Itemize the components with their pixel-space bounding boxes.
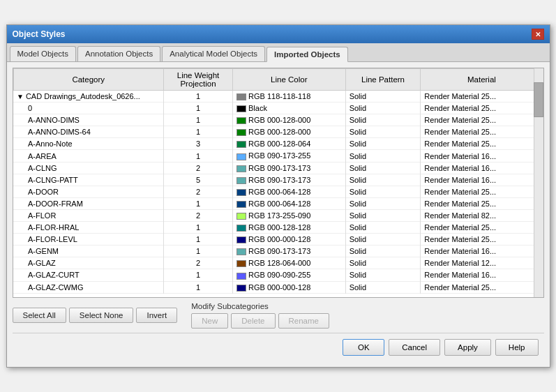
- table-row[interactable]: A-FLOR2RGB 173-255-090SolidRender Materi…: [13, 209, 543, 221]
- table-row[interactable]: A-ANNO-DIMS1RGB 000-128-000SolidRender M…: [13, 114, 543, 126]
- color-swatch: [236, 165, 246, 172]
- modify-buttons: New Delete Rename: [191, 313, 543, 329]
- tab-analytical-model-objects[interactable]: Analytical Model Objects: [162, 46, 265, 61]
- category-cell: A-DOOR: [13, 186, 163, 197]
- line-color-cell: RGB 118-118-118: [233, 91, 346, 103]
- material-cell: Render Material 25...: [421, 114, 543, 126]
- line-weight-cell: 2: [163, 186, 232, 197]
- material-cell: Render Material 25...: [421, 186, 543, 197]
- line-weight-cell: 1: [163, 91, 232, 103]
- table-row[interactable]: A-GENM1RGB 090-173-173SolidRender Materi…: [13, 246, 543, 257]
- table-row[interactable]: A-FLOR-LEVL1RGB 000-000-128SolidRender M…: [13, 234, 543, 246]
- line-color-cell: RGB 090-173-255: [233, 150, 346, 162]
- line-pattern-cell: Solid: [345, 197, 421, 209]
- table-row[interactable]: A-AREA1RGB 090-173-255SolidRender Materi…: [13, 150, 543, 162]
- category-name: A-GENM: [28, 247, 59, 255]
- category-name: A-ANNO-DIMS: [28, 116, 80, 124]
- dialog-footer: OK Cancel Apply Help: [13, 333, 544, 361]
- category-cell: A-FLOR-HRAL: [13, 222, 163, 234]
- color-swatch: [236, 248, 246, 255]
- table-row[interactable]: A-GLAZ2RGB 128-064-000SolidRender Materi…: [13, 257, 543, 269]
- table-row[interactable]: 01BlackSolidRender Material 25...: [13, 103, 543, 114]
- delete-subcategory-button[interactable]: Delete: [231, 313, 275, 329]
- color-label: RGB 000-064-128: [248, 188, 310, 196]
- table-row[interactable]: A-DOOR2RGB 000-064-128SolidRender Materi…: [13, 186, 543, 197]
- table-row[interactable]: A-Anno-Note3RGB 000-128-064SolidRender M…: [13, 138, 543, 150]
- expand-icon[interactable]: ▼: [17, 93, 24, 100]
- rename-subcategory-button[interactable]: Rename: [278, 313, 329, 329]
- line-weight-cell: 1: [163, 103, 232, 114]
- help-button[interactable]: Help: [495, 339, 539, 356]
- material-cell: Render Material 25...: [421, 138, 543, 150]
- line-color-cell: RGB 090-173-173: [233, 174, 346, 186]
- line-weight-header: Line Weight Projection: [163, 69, 232, 91]
- category-name: A-ANNO-DIMS-64: [28, 128, 91, 136]
- scrollbar[interactable]: [534, 68, 543, 297]
- tab-annotation-objects[interactable]: Annotation Objects: [77, 46, 160, 61]
- line-color-cell: RGB 128-064-000: [233, 257, 346, 269]
- color-swatch: [236, 129, 246, 136]
- line-color-header: Line Color: [233, 69, 346, 91]
- line-pattern-cell: Solid: [345, 234, 421, 246]
- color-label: RGB 090-173-173: [248, 164, 310, 172]
- new-subcategory-button[interactable]: New: [191, 313, 228, 329]
- category-name: CAD Drawings_Autodesk_0626...: [26, 92, 140, 100]
- table-scroll-area[interactable]: Category Line Weight Projection Line Col…: [13, 68, 543, 297]
- category-cell: A-GLAZ-CURT: [13, 269, 163, 281]
- table-row[interactable]: A-CLNG-PATT5RGB 090-173-173SolidRender M…: [13, 174, 543, 186]
- select-all-button[interactable]: Select All: [13, 308, 66, 323]
- tab-imported-objects[interactable]: Imported Objects: [266, 47, 348, 62]
- select-none-button[interactable]: Select None: [69, 308, 134, 323]
- material-cell: Render Material 25...: [421, 91, 543, 103]
- color-swatch: [236, 189, 246, 196]
- table-row[interactable]: ▼CAD Drawings_Autodesk_0626...1RGB 118-1…: [13, 91, 543, 103]
- line-color-cell: RGB 090-090-255: [233, 269, 346, 281]
- line-weight-cell: 2: [163, 162, 232, 174]
- line-color-cell: RGB 090-173-173: [233, 162, 346, 174]
- category-name: A-CLNG: [28, 164, 57, 172]
- cancel-button[interactable]: Cancel: [389, 339, 440, 356]
- scrollbar-thumb[interactable]: [534, 82, 543, 117]
- line-pattern-header: Line Pattern: [345, 69, 421, 91]
- color-label: Black: [248, 104, 267, 112]
- material-cell: Render Material 16...: [421, 150, 543, 162]
- object-styles-table-container: Category Line Weight Projection Line Col…: [13, 68, 544, 298]
- object-styles-dialog: Object Styles ✕ Model Objects Annotation…: [6, 24, 550, 368]
- line-pattern-cell: Solid: [345, 114, 421, 126]
- line-color-cell: RGB 000-000-128: [233, 281, 346, 293]
- color-swatch: [236, 117, 246, 124]
- color-label: RGB 090-173-173: [248, 247, 310, 255]
- category-name: A-GLAZ: [28, 259, 56, 267]
- category-cell: A-FLOR-LEVL: [13, 234, 163, 246]
- color-swatch: [236, 153, 246, 160]
- color-swatch: [236, 105, 246, 112]
- line-weight-cell: 1: [163, 234, 232, 246]
- table-row[interactable]: A-CLNG2RGB 090-173-173SolidRender Materi…: [13, 162, 543, 174]
- line-weight-cell: 1: [163, 269, 232, 281]
- color-swatch: [236, 93, 246, 100]
- line-weight-cell: 1: [163, 197, 232, 209]
- table-row[interactable]: A-GLAZ-CURT1RGB 090-090-255SolidRender M…: [13, 269, 543, 281]
- line-pattern-cell: Solid: [345, 103, 421, 114]
- ok-button[interactable]: OK: [343, 339, 384, 356]
- category-cell: A-AREA: [13, 150, 163, 162]
- line-pattern-cell: Solid: [345, 269, 421, 281]
- category-cell: A-CLNG-PATT: [13, 174, 163, 186]
- apply-button[interactable]: Apply: [444, 339, 491, 356]
- color-label: RGB 128-064-000: [248, 259, 310, 267]
- category-cell: A-FLOR: [13, 209, 163, 221]
- table-row[interactable]: A-DOOR-FRAM1RGB 000-064-128SolidRender M…: [13, 197, 543, 209]
- color-swatch: [236, 213, 246, 220]
- invert-button[interactable]: Invert: [136, 308, 177, 323]
- category-cell: A-GLAZ-CWMG: [13, 281, 163, 293]
- table-row[interactable]: A-GLAZ-CWMG1RGB 000-000-128SolidRender M…: [13, 281, 543, 293]
- table-row[interactable]: A-ANNO-DIMS-641RGB 000-128-000SolidRende…: [13, 126, 543, 138]
- material-cell: Render Material 25...: [421, 197, 543, 209]
- line-color-cell: RGB 000-064-128: [233, 186, 346, 197]
- line-weight-cell: 3: [163, 138, 232, 150]
- tab-content: Category Line Weight Projection Line Col…: [7, 62, 550, 367]
- material-cell: Render Material 16...: [421, 246, 543, 257]
- tab-model-objects[interactable]: Model Objects: [10, 46, 77, 61]
- close-button[interactable]: ✕: [532, 29, 544, 40]
- table-row[interactable]: A-FLOR-HRAL1RGB 000-128-128SolidRender M…: [13, 222, 543, 234]
